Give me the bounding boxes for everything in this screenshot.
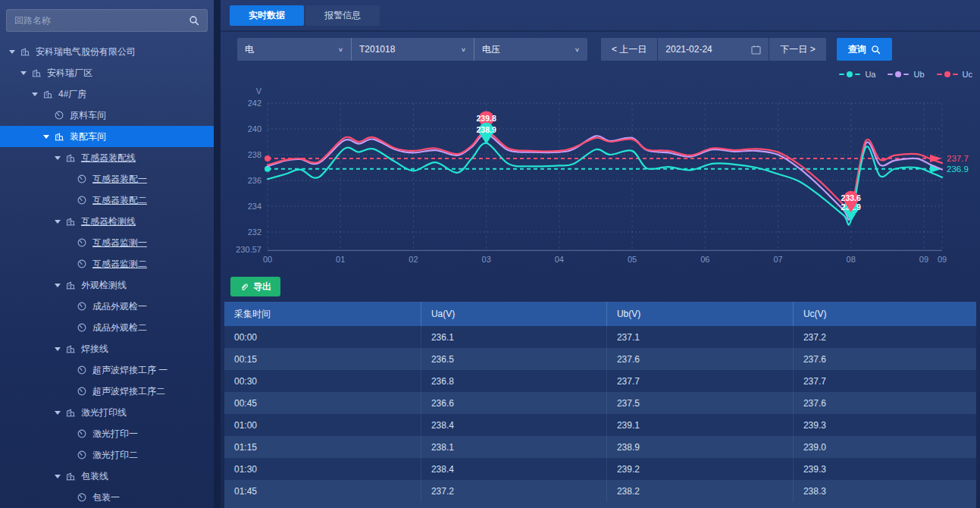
caret-down-icon[interactable] — [55, 475, 65, 478]
param-select[interactable]: 电压 ∨ — [474, 38, 587, 61]
tree-item-15[interactable]: 超声波焊接工序 一 — [0, 359, 214, 381]
tree-item-8[interactable]: 互感器检测线 — [0, 211, 214, 232]
tree-item-label: 外观检测线 — [81, 279, 127, 292]
search-input[interactable] — [14, 15, 189, 26]
energy-type-select[interactable]: 电 ∨ — [237, 38, 351, 61]
building-icon — [65, 280, 77, 290]
caret-down-icon[interactable] — [55, 411, 65, 415]
gauge-icon — [77, 365, 88, 375]
legend-item-ub[interactable]: Ub — [888, 70, 924, 79]
table-cell: 238.3 — [794, 480, 976, 502]
gauge-icon — [77, 428, 88, 439]
gauge-icon — [54, 110, 65, 121]
legend-item-ua[interactable]: Ua — [839, 70, 875, 79]
prev-day-button[interactable]: < 上一日 — [601, 38, 657, 61]
table-row: 00:30236.8237.7237.7 — [224, 370, 976, 392]
circuit-search-box[interactable] — [6, 9, 208, 32]
tree-item-16[interactable]: 超声波焊接工序二 — [0, 381, 214, 402]
tree-item-18[interactable]: 激光打印一 — [0, 423, 214, 444]
date-nav-group: < 上一日 2021-02-24 下一日 > — [601, 38, 826, 61]
caret-down-icon[interactable] — [9, 50, 20, 54]
meter-value: T201018 — [359, 44, 395, 55]
svg-text:234: 234 — [248, 202, 261, 211]
gauge-icon — [77, 492, 88, 503]
tree-item-label: 激光打印二 — [92, 449, 138, 462]
tree-item-3[interactable]: 原料车间 — [0, 105, 214, 126]
tree-item-label: 包装一 — [92, 491, 120, 504]
legend-item-uc[interactable]: Uc — [937, 70, 972, 79]
caret-down-icon[interactable] — [55, 220, 65, 224]
tree-item-0[interactable]: 安科瑞电气股份有限公司 — [0, 41, 214, 62]
table-cell: 239.3 — [794, 458, 976, 480]
date-picker[interactable]: 2021-02-24 — [658, 38, 769, 61]
tree-item-label: 激光打印线 — [81, 406, 127, 419]
tree-item-5[interactable]: 互感器装配线 — [0, 147, 214, 168]
tree-item-20[interactable]: 包装线 — [0, 466, 214, 487]
query-button[interactable]: 查询 — [837, 38, 892, 61]
tab-1[interactable]: 报警信息 — [305, 5, 380, 26]
column-header: Uc(V) — [794, 302, 976, 326]
table-cell: 00:00 — [224, 326, 421, 348]
tree-item-11[interactable]: 外观检测线 — [0, 274, 214, 296]
tree-item-label: 原料车间 — [70, 109, 106, 122]
tree-item-17[interactable]: 激光打印线 — [0, 402, 214, 423]
next-day-button[interactable]: 下一日 > — [769, 38, 825, 61]
svg-text:237.7: 237.7 — [947, 154, 969, 163]
tree-item-label: 互感器装配一 — [92, 173, 147, 186]
tree-item-label: 互感器检测线 — [81, 215, 136, 228]
svg-text:09: 09 — [938, 255, 947, 264]
caret-down-icon[interactable] — [43, 135, 54, 139]
table-cell: 237.2 — [421, 480, 607, 502]
caret-down-icon[interactable] — [55, 347, 65, 351]
table-row-partial — [224, 502, 976, 508]
column-header: Ub(V) — [607, 302, 794, 326]
caret-down-icon[interactable] — [55, 284, 65, 287]
table-cell: 236.6 — [421, 392, 607, 414]
tab-bar: 实时数据报警信息 — [221, 0, 980, 32]
sidebar: 安科瑞电气股份有限公司安科瑞厂区4#厂房原料车间装配车间互感器装配线互感器装配一… — [0, 0, 214, 508]
table-row: 01:45237.2238.2238.3 — [224, 480, 976, 502]
caret-down-icon[interactable] — [20, 71, 31, 75]
tab-0[interactable]: 实时数据 — [230, 5, 304, 26]
gauge-icon — [77, 450, 88, 460]
tree-item-2[interactable]: 4#厂房 — [0, 83, 214, 105]
column-header: 采集时间 — [224, 302, 421, 326]
tree-item-19[interactable]: 激光打印二 — [0, 444, 214, 466]
tree-item-label: 超声波焊接工序 一 — [92, 364, 168, 377]
tree-item-1[interactable]: 安科瑞厂区 — [0, 62, 214, 83]
table-cell: 238.9 — [607, 436, 794, 458]
caret-down-icon[interactable] — [55, 156, 65, 160]
svg-text:00: 00 — [263, 255, 272, 264]
table-cell: 236.8 — [421, 370, 607, 392]
tree-item-7[interactable]: 互感器装配二 — [0, 190, 214, 211]
svg-text:236.9: 236.9 — [947, 165, 969, 174]
table-row: 00:00236.1237.1237.2 — [224, 326, 976, 348]
tree-item-12[interactable]: 成品外观检一 — [0, 296, 214, 317]
caret-down-icon[interactable] — [32, 93, 42, 96]
tree-item-9[interactable]: 互感器监测一 — [0, 232, 214, 253]
table-cell: 237.6 — [794, 392, 976, 414]
table-cell: 00:15 — [224, 348, 421, 370]
table-row: 01:00238.4239.1239.3 — [224, 414, 976, 436]
building-icon — [54, 131, 65, 142]
tree-item-14[interactable]: 焊接线 — [0, 338, 214, 359]
search-icon[interactable] — [189, 15, 199, 26]
tree-item-13[interactable]: 成品外观检二 — [0, 317, 214, 338]
tree-item-label: 激光打印一 — [92, 428, 138, 441]
panel-divider — [214, 0, 221, 508]
meter-select[interactable]: T201018 ∨ — [351, 38, 474, 61]
table-cell: 237.7 — [794, 370, 976, 392]
svg-text:08: 08 — [847, 255, 856, 264]
building-icon — [31, 67, 42, 78]
date-value: 2021-02-24 — [665, 44, 712, 55]
table-cell: 01:15 — [224, 436, 421, 458]
tree-item-21[interactable]: 包装一 — [0, 487, 214, 508]
tree-item-10[interactable]: 互感器监测二 — [0, 253, 214, 274]
building-icon — [20, 46, 31, 57]
tree-item-4[interactable]: 装配车间 — [0, 126, 214, 147]
svg-text:01: 01 — [336, 255, 345, 264]
tree-item-6[interactable]: 互感器装配一 — [0, 168, 214, 190]
marker-pin: 238.9 — [477, 123, 496, 145]
export-button[interactable]: 导出 — [230, 277, 280, 296]
gauge-icon — [77, 386, 88, 397]
